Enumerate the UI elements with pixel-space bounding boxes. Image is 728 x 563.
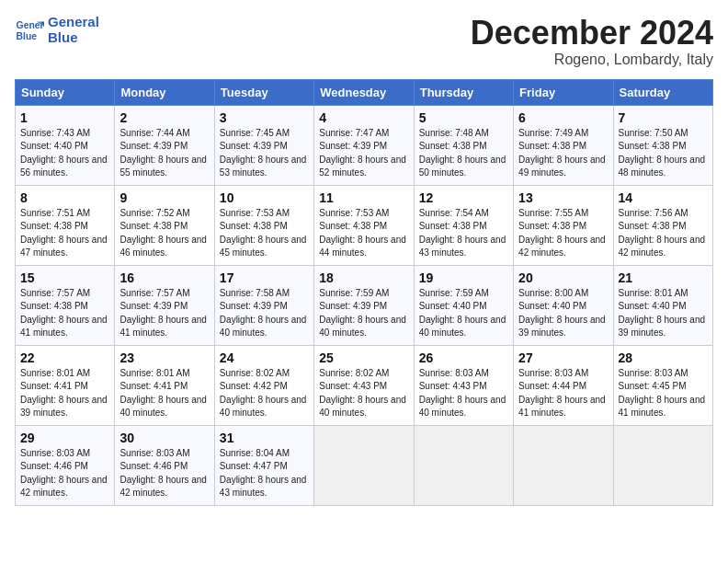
day-info: Sunrise: 7:59 AMSunset: 4:40 PMDaylight:… xyxy=(419,287,508,340)
title-area: December 2024 Rogeno, Lombardy, Italy xyxy=(471,15,713,68)
calendar-cell: 3Sunrise: 7:45 AMSunset: 4:39 PMDaylight… xyxy=(214,105,313,185)
page-header: General Blue General Blue December 2024 … xyxy=(15,15,713,68)
day-number: 2 xyxy=(119,110,209,125)
calendar-cell: 13Sunrise: 7:55 AMSunset: 4:38 PMDayligh… xyxy=(514,185,613,265)
day-info: Sunrise: 7:56 AMSunset: 4:38 PMDaylight:… xyxy=(619,207,708,260)
day-info: Sunrise: 8:03 AMSunset: 4:43 PMDaylight:… xyxy=(419,367,508,420)
day-info: Sunrise: 7:55 AMSunset: 4:38 PMDaylight:… xyxy=(518,207,608,260)
logo-line1: General xyxy=(48,15,99,30)
day-number: 1 xyxy=(20,110,109,125)
day-info: Sunrise: 7:57 AMSunset: 4:39 PMDaylight:… xyxy=(119,287,209,340)
calendar-cell: 29Sunrise: 8:03 AMSunset: 4:46 PMDayligh… xyxy=(16,425,115,505)
day-number: 13 xyxy=(518,190,608,205)
calendar-title: December 2024 xyxy=(471,15,713,52)
day-number: 7 xyxy=(619,110,708,125)
day-info: Sunrise: 7:53 AMSunset: 4:38 PMDaylight:… xyxy=(319,207,408,260)
calendar-cell: 27Sunrise: 8:03 AMSunset: 4:44 PMDayligh… xyxy=(514,345,613,425)
day-number: 17 xyxy=(220,270,309,285)
day-number: 20 xyxy=(518,270,608,285)
calendar-cell: 7Sunrise: 7:50 AMSunset: 4:38 PMDaylight… xyxy=(613,105,712,185)
day-info: Sunrise: 8:01 AMSunset: 4:40 PMDaylight:… xyxy=(619,287,708,340)
calendar-cell: 4Sunrise: 7:47 AMSunset: 4:39 PMDaylight… xyxy=(314,105,414,185)
calendar-cell: 26Sunrise: 8:03 AMSunset: 4:43 PMDayligh… xyxy=(414,345,513,425)
calendar-cell: 1Sunrise: 7:43 AMSunset: 4:40 PMDaylight… xyxy=(16,105,115,185)
calendar-table: SundayMondayTuesdayWednesdayThursdayFrid… xyxy=(15,79,713,506)
weekday-header-friday: Friday xyxy=(514,79,613,105)
logo-line2: Blue xyxy=(48,30,99,46)
calendar-cell: 30Sunrise: 8:03 AMSunset: 4:46 PMDayligh… xyxy=(115,425,214,505)
calendar-cell: 15Sunrise: 7:57 AMSunset: 4:38 PMDayligh… xyxy=(16,265,115,345)
calendar-cell: 5Sunrise: 7:48 AMSunset: 4:38 PMDaylight… xyxy=(414,105,513,185)
day-number: 15 xyxy=(20,270,109,285)
weekday-header-sunday: Sunday xyxy=(16,79,115,105)
day-info: Sunrise: 8:03 AMSunset: 4:44 PMDaylight:… xyxy=(518,367,608,420)
day-info: Sunrise: 8:03 AMSunset: 4:45 PMDaylight:… xyxy=(619,367,708,420)
day-number: 27 xyxy=(518,350,608,365)
calendar-week-5: 29Sunrise: 8:03 AMSunset: 4:46 PMDayligh… xyxy=(16,425,713,505)
day-info: Sunrise: 7:57 AMSunset: 4:38 PMDaylight:… xyxy=(20,287,109,340)
day-number: 9 xyxy=(119,190,209,205)
calendar-cell: 8Sunrise: 7:51 AMSunset: 4:38 PMDaylight… xyxy=(16,185,115,265)
calendar-cell: 16Sunrise: 7:57 AMSunset: 4:39 PMDayligh… xyxy=(115,265,214,345)
day-info: Sunrise: 7:52 AMSunset: 4:38 PMDaylight:… xyxy=(119,207,209,260)
calendar-cell: 12Sunrise: 7:54 AMSunset: 4:38 PMDayligh… xyxy=(414,185,513,265)
day-info: Sunrise: 7:58 AMSunset: 4:39 PMDaylight:… xyxy=(220,287,309,340)
day-number: 21 xyxy=(619,270,708,285)
day-number: 31 xyxy=(220,431,309,445)
day-number: 28 xyxy=(619,350,708,365)
day-info: Sunrise: 7:54 AMSunset: 4:38 PMDaylight:… xyxy=(419,207,508,260)
calendar-cell: 21Sunrise: 8:01 AMSunset: 4:40 PMDayligh… xyxy=(613,265,712,345)
day-info: Sunrise: 8:01 AMSunset: 4:41 PMDaylight:… xyxy=(119,367,209,420)
day-info: Sunrise: 7:43 AMSunset: 4:40 PMDaylight:… xyxy=(20,127,109,180)
day-number: 10 xyxy=(220,190,309,205)
day-info: Sunrise: 8:02 AMSunset: 4:42 PMDaylight:… xyxy=(220,367,309,420)
day-info: Sunrise: 7:51 AMSunset: 4:38 PMDaylight:… xyxy=(20,207,109,260)
calendar-week-3: 15Sunrise: 7:57 AMSunset: 4:38 PMDayligh… xyxy=(16,265,713,345)
weekday-header-tuesday: Tuesday xyxy=(214,79,313,105)
calendar-cell: 31Sunrise: 8:04 AMSunset: 4:47 PMDayligh… xyxy=(214,425,313,505)
day-number: 24 xyxy=(220,350,309,365)
calendar-cell: 19Sunrise: 7:59 AMSunset: 4:40 PMDayligh… xyxy=(414,265,513,345)
day-number: 30 xyxy=(119,431,209,445)
calendar-cell: 2Sunrise: 7:44 AMSunset: 4:39 PMDaylight… xyxy=(115,105,214,185)
calendar-cell xyxy=(613,425,712,505)
day-info: Sunrise: 8:02 AMSunset: 4:43 PMDaylight:… xyxy=(319,367,408,420)
day-info: Sunrise: 7:48 AMSunset: 4:38 PMDaylight:… xyxy=(419,127,508,180)
day-number: 22 xyxy=(20,350,109,365)
day-info: Sunrise: 8:03 AMSunset: 4:46 PMDaylight:… xyxy=(20,447,109,500)
calendar-cell: 11Sunrise: 7:53 AMSunset: 4:38 PMDayligh… xyxy=(314,185,414,265)
calendar-body: 1Sunrise: 7:43 AMSunset: 4:40 PMDaylight… xyxy=(16,105,713,505)
day-number: 26 xyxy=(419,350,508,365)
day-info: Sunrise: 8:04 AMSunset: 4:47 PMDaylight:… xyxy=(220,447,309,500)
calendar-cell xyxy=(314,425,414,505)
day-info: Sunrise: 8:00 AMSunset: 4:40 PMDaylight:… xyxy=(518,287,608,340)
calendar-subtitle: Rogeno, Lombardy, Italy xyxy=(471,52,713,68)
weekday-header-row: SundayMondayTuesdayWednesdayThursdayFrid… xyxy=(16,79,713,105)
day-info: Sunrise: 7:44 AMSunset: 4:39 PMDaylight:… xyxy=(119,127,209,180)
calendar-cell: 20Sunrise: 8:00 AMSunset: 4:40 PMDayligh… xyxy=(514,265,613,345)
day-number: 23 xyxy=(119,350,209,365)
calendar-cell xyxy=(514,425,613,505)
day-number: 11 xyxy=(319,190,408,205)
weekday-header-monday: Monday xyxy=(115,79,214,105)
day-number: 6 xyxy=(518,110,608,125)
weekday-header-saturday: Saturday xyxy=(613,79,712,105)
day-number: 14 xyxy=(619,190,708,205)
calendar-cell: 9Sunrise: 7:52 AMSunset: 4:38 PMDaylight… xyxy=(115,185,214,265)
day-number: 3 xyxy=(220,110,309,125)
day-number: 29 xyxy=(20,431,109,445)
day-number: 4 xyxy=(319,110,408,125)
calendar-cell: 10Sunrise: 7:53 AMSunset: 4:38 PMDayligh… xyxy=(214,185,313,265)
calendar-cell: 28Sunrise: 8:03 AMSunset: 4:45 PMDayligh… xyxy=(613,345,712,425)
calendar-cell: 6Sunrise: 7:49 AMSunset: 4:38 PMDaylight… xyxy=(514,105,613,185)
calendar-cell: 18Sunrise: 7:59 AMSunset: 4:39 PMDayligh… xyxy=(314,265,414,345)
calendar-cell xyxy=(414,425,513,505)
calendar-cell: 23Sunrise: 8:01 AMSunset: 4:41 PMDayligh… xyxy=(115,345,214,425)
day-info: Sunrise: 7:47 AMSunset: 4:39 PMDaylight:… xyxy=(319,127,408,180)
day-info: Sunrise: 7:50 AMSunset: 4:38 PMDaylight:… xyxy=(619,127,708,180)
calendar-cell: 17Sunrise: 7:58 AMSunset: 4:39 PMDayligh… xyxy=(214,265,313,345)
day-info: Sunrise: 7:45 AMSunset: 4:39 PMDaylight:… xyxy=(220,127,309,180)
calendar-cell: 24Sunrise: 8:02 AMSunset: 4:42 PMDayligh… xyxy=(214,345,313,425)
day-number: 19 xyxy=(419,270,508,285)
day-info: Sunrise: 7:59 AMSunset: 4:39 PMDaylight:… xyxy=(319,287,408,340)
